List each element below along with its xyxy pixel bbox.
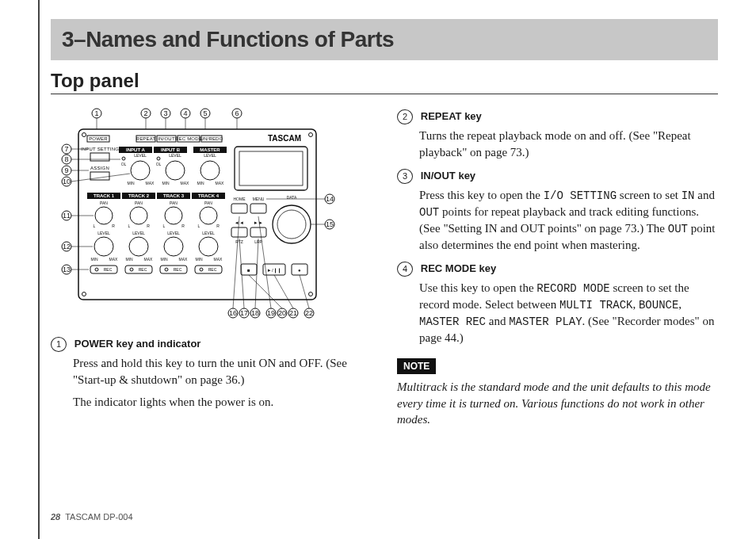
svg-text:LEVEL: LEVEL <box>134 153 147 158</box>
svg-point-83 <box>200 207 217 224</box>
svg-text:REC: REC <box>139 267 147 272</box>
svg-rect-122 <box>231 227 247 237</box>
svg-point-57 <box>200 161 220 180</box>
item-4-label: REC MODE key <box>421 262 496 274</box>
svg-text:MAX: MAX <box>109 257 119 262</box>
svg-point-75 <box>130 207 147 224</box>
svg-text:L: L <box>198 224 200 228</box>
svg-text:REC: REC <box>208 267 217 272</box>
item-2-body: Turns the repeat playback mode on and of… <box>419 128 718 160</box>
svg-text:MIN: MIN <box>197 181 204 185</box>
svg-text:6: 6 <box>235 109 239 117</box>
item-1-body-b: The indicator lights when the power is o… <box>73 394 372 410</box>
svg-text:TRACK 1: TRACK 1 <box>94 193 115 198</box>
svg-text:9: 9 <box>64 166 68 174</box>
svg-point-47 <box>131 161 150 180</box>
svg-text:17: 17 <box>240 309 248 317</box>
svg-text:LEVEL: LEVEL <box>97 231 110 235</box>
svg-text:R: R <box>147 224 150 228</box>
svg-text:L: L <box>94 224 96 228</box>
item-4-body: Use this key to open the RECORD MODE scr… <box>419 280 718 346</box>
svg-text:R: R <box>181 224 185 228</box>
svg-text:TRACK 3: TRACK 3 <box>163 193 185 198</box>
svg-text:LEVEL: LEVEL <box>169 153 181 158</box>
svg-text:16: 16 <box>229 309 237 317</box>
svg-rect-61 <box>239 151 303 185</box>
svg-text:INPUT B: INPUT B <box>161 147 181 152</box>
svg-text:TASCAM: TASCAM <box>268 134 301 143</box>
item-3-number: 3 <box>397 169 413 184</box>
svg-text:TRACK 2: TRACK 2 <box>128 193 150 198</box>
svg-text:POWER: POWER <box>89 136 108 141</box>
svg-text:18: 18 <box>251 309 259 317</box>
svg-text:3: 3 <box>163 109 167 117</box>
svg-text:4: 4 <box>183 109 187 117</box>
svg-point-91 <box>129 237 148 256</box>
svg-text:REC: REC <box>104 267 113 272</box>
svg-text:REC: REC <box>174 267 182 272</box>
svg-text:L: L <box>128 224 131 228</box>
svg-text:MASTER: MASTER <box>200 147 220 152</box>
svg-point-53 <box>166 161 185 180</box>
svg-text:LEVEL: LEVEL <box>202 231 215 235</box>
svg-text:MAX: MAX <box>146 181 155 185</box>
svg-text:PAN: PAN <box>135 201 143 205</box>
svg-rect-35 <box>90 153 109 161</box>
svg-text:LEVEL: LEVEL <box>132 231 145 235</box>
svg-point-71 <box>95 207 113 224</box>
left-column: 1 2 3 4 5 6 POWER R <box>51 105 372 427</box>
item-2: 2 REPEAT key Turns the repeat playback m… <box>397 109 718 160</box>
svg-text:19: 19 <box>267 309 275 317</box>
item-1-body-a: Press and hold this key to turn the unit… <box>73 355 372 388</box>
svg-text:L: L <box>163 224 166 228</box>
svg-text:12: 12 <box>63 243 71 250</box>
svg-text:R: R <box>216 224 220 228</box>
svg-text:21: 21 <box>289 309 297 317</box>
section-title: Top panel <box>51 70 718 92</box>
svg-text:MIN: MIN <box>125 257 133 262</box>
chapter-title: 3–Names and Functions of Parts <box>62 27 394 52</box>
item-1: 1 POWER key and indicator Press and hold… <box>51 336 372 410</box>
svg-text:1: 1 <box>94 109 98 117</box>
svg-text:10: 10 <box>63 178 71 185</box>
svg-text:MAX: MAX <box>144 257 154 262</box>
product-name: TASCAM DP-004 <box>65 512 132 522</box>
svg-text:■: ■ <box>247 268 250 273</box>
svg-point-87 <box>94 237 113 256</box>
svg-text:ASSIGN: ASSIGN <box>90 166 109 170</box>
svg-text:OL: OL <box>156 162 162 166</box>
svg-text:MAX: MAX <box>181 181 190 185</box>
svg-rect-115 <box>231 204 247 213</box>
top-panel-diagram: 1 2 3 4 5 6 POWER R <box>51 105 352 323</box>
svg-text:PAN: PAN <box>170 201 178 205</box>
svg-text:UN/REDO: UN/REDO <box>200 136 223 141</box>
svg-point-95 <box>164 237 183 256</box>
svg-text:MIN: MIN <box>195 257 203 262</box>
svg-text:14: 14 <box>326 195 334 203</box>
svg-text:►►: ►► <box>254 220 263 225</box>
right-column: 2 REPEAT key Turns the repeat playback m… <box>397 105 718 427</box>
svg-text:MIN: MIN <box>90 257 98 262</box>
svg-text:2: 2 <box>143 109 147 117</box>
note-text: Multitrack is the standard mode and the … <box>397 379 718 427</box>
svg-text:◄◄: ◄◄ <box>235 220 244 225</box>
page-number: 28 <box>51 512 60 522</box>
svg-text:MAX: MAX <box>214 257 223 262</box>
svg-text:●: ● <box>298 268 301 273</box>
svg-text:REPEAT: REPEAT <box>136 136 156 141</box>
svg-text:8: 8 <box>64 155 68 163</box>
svg-text:11: 11 <box>63 212 71 220</box>
svg-text:MENU: MENU <box>253 197 265 201</box>
page-footer: 28 TASCAM DP-004 <box>51 512 133 522</box>
svg-text:22: 22 <box>305 309 313 317</box>
svg-text:13: 13 <box>63 266 71 273</box>
svg-text:INPUT A: INPUT A <box>126 147 145 152</box>
item-3: 3 IN/OUT key Press this key to open the … <box>397 168 718 253</box>
svg-rect-125 <box>250 227 266 237</box>
svg-text:HOME: HOME <box>234 197 246 201</box>
svg-text:MIN: MIN <box>160 257 168 262</box>
chapter-title-bar: 3–Names and Functions of Parts <box>51 19 718 60</box>
item-3-label: IN/OUT key <box>421 170 475 182</box>
svg-text:PAN: PAN <box>204 201 212 205</box>
item-3-body: Press this key to open the I/O SETTING s… <box>419 187 718 253</box>
